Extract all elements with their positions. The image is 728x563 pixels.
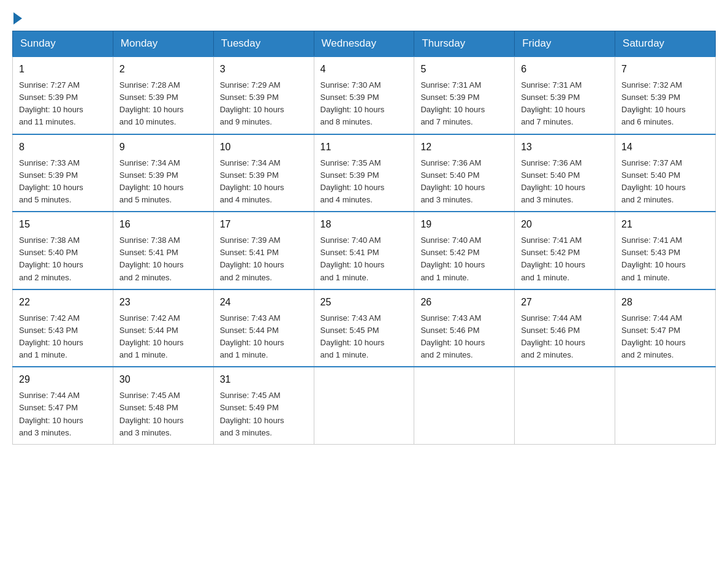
- calendar-header-row: SundayMondayTuesdayWednesdayThursdayFrid…: [13, 31, 716, 57]
- day-info: Sunrise: 7:37 AMSunset: 5:40 PMDaylight:…: [621, 157, 709, 207]
- day-number: 5: [420, 62, 508, 77]
- calendar-cell: 24Sunrise: 7:43 AMSunset: 5:44 PMDayligh…: [213, 289, 314, 367]
- day-of-week-header: Monday: [113, 31, 213, 57]
- day-number: 11: [320, 140, 408, 155]
- day-number: 6: [521, 62, 609, 77]
- calendar-cell: 10Sunrise: 7:34 AMSunset: 5:39 PMDayligh…: [213, 134, 314, 212]
- day-number: 8: [19, 140, 107, 155]
- day-number: 25: [320, 295, 408, 310]
- calendar-cell: 8Sunrise: 7:33 AMSunset: 5:39 PMDaylight…: [13, 134, 113, 212]
- day-number: 7: [621, 62, 709, 77]
- week-row: 22Sunrise: 7:42 AMSunset: 5:43 PMDayligh…: [13, 289, 716, 367]
- calendar-cell: 17Sunrise: 7:39 AMSunset: 5:41 PMDayligh…: [213, 212, 314, 289]
- day-info: Sunrise: 7:39 AMSunset: 5:41 PMDaylight:…: [220, 234, 308, 284]
- day-info: Sunrise: 7:44 AMSunset: 5:47 PMDaylight:…: [19, 389, 107, 439]
- calendar-cell: 6Sunrise: 7:31 AMSunset: 5:39 PMDaylight…: [515, 56, 615, 134]
- logo: [12, 12, 22, 25]
- calendar-cell: 18Sunrise: 7:40 AMSunset: 5:41 PMDayligh…: [314, 212, 414, 289]
- calendar-cell: [615, 367, 716, 444]
- calendar-cell: 31Sunrise: 7:45 AMSunset: 5:49 PMDayligh…: [213, 367, 314, 444]
- day-number: 28: [621, 295, 709, 310]
- day-info: Sunrise: 7:45 AMSunset: 5:49 PMDaylight:…: [220, 389, 308, 439]
- calendar-cell: 20Sunrise: 7:41 AMSunset: 5:42 PMDayligh…: [515, 212, 615, 289]
- calendar-cell: 13Sunrise: 7:36 AMSunset: 5:40 PMDayligh…: [515, 134, 615, 212]
- calendar-cell: 25Sunrise: 7:43 AMSunset: 5:45 PMDayligh…: [314, 289, 414, 367]
- calendar-cell: 28Sunrise: 7:44 AMSunset: 5:47 PMDayligh…: [615, 289, 716, 367]
- day-number: 12: [420, 140, 508, 155]
- day-info: Sunrise: 7:43 AMSunset: 5:44 PMDaylight:…: [220, 312, 308, 362]
- day-number: 4: [320, 62, 408, 77]
- day-number: 9: [119, 140, 207, 155]
- week-row: 29Sunrise: 7:44 AMSunset: 5:47 PMDayligh…: [13, 367, 716, 444]
- day-info: Sunrise: 7:41 AMSunset: 5:42 PMDaylight:…: [521, 234, 609, 284]
- calendar-cell: 23Sunrise: 7:42 AMSunset: 5:44 PMDayligh…: [113, 289, 213, 367]
- day-info: Sunrise: 7:33 AMSunset: 5:39 PMDaylight:…: [19, 157, 107, 207]
- day-info: Sunrise: 7:38 AMSunset: 5:40 PMDaylight:…: [19, 234, 107, 284]
- calendar-cell: [314, 367, 414, 444]
- calendar-cell: 19Sunrise: 7:40 AMSunset: 5:42 PMDayligh…: [414, 212, 515, 289]
- day-number: 17: [220, 217, 308, 232]
- day-info: Sunrise: 7:31 AMSunset: 5:39 PMDaylight:…: [420, 79, 508, 129]
- calendar-cell: 14Sunrise: 7:37 AMSunset: 5:40 PMDayligh…: [615, 134, 716, 212]
- calendar-cell: 1Sunrise: 7:27 AMSunset: 5:39 PMDaylight…: [13, 56, 113, 134]
- day-number: 24: [220, 295, 308, 310]
- day-number: 13: [521, 140, 609, 155]
- calendar-cell: 30Sunrise: 7:45 AMSunset: 5:48 PMDayligh…: [113, 367, 213, 444]
- day-info: Sunrise: 7:45 AMSunset: 5:48 PMDaylight:…: [119, 389, 207, 439]
- calendar-cell: 4Sunrise: 7:30 AMSunset: 5:39 PMDaylight…: [314, 56, 414, 134]
- day-info: Sunrise: 7:28 AMSunset: 5:39 PMDaylight:…: [119, 79, 207, 129]
- day-number: 16: [119, 217, 207, 232]
- calendar-cell: [414, 367, 515, 444]
- logo-arrow-icon: [13, 12, 22, 25]
- day-number: 23: [119, 295, 207, 310]
- calendar-cell: 29Sunrise: 7:44 AMSunset: 5:47 PMDayligh…: [13, 367, 113, 444]
- calendar-cell: 22Sunrise: 7:42 AMSunset: 5:43 PMDayligh…: [13, 289, 113, 367]
- calendar-cell: 27Sunrise: 7:44 AMSunset: 5:46 PMDayligh…: [515, 289, 615, 367]
- day-number: 19: [420, 217, 508, 232]
- day-info: Sunrise: 7:43 AMSunset: 5:46 PMDaylight:…: [420, 312, 508, 362]
- day-info: Sunrise: 7:38 AMSunset: 5:41 PMDaylight:…: [119, 234, 207, 284]
- day-info: Sunrise: 7:44 AMSunset: 5:47 PMDaylight:…: [621, 312, 709, 362]
- day-info: Sunrise: 7:44 AMSunset: 5:46 PMDaylight:…: [521, 312, 609, 362]
- day-info: Sunrise: 7:35 AMSunset: 5:39 PMDaylight:…: [320, 157, 408, 207]
- calendar-table: SundayMondayTuesdayWednesdayThursdayFrid…: [12, 31, 716, 445]
- day-number: 26: [420, 295, 508, 310]
- calendar-cell: 11Sunrise: 7:35 AMSunset: 5:39 PMDayligh…: [314, 134, 414, 212]
- calendar-cell: 3Sunrise: 7:29 AMSunset: 5:39 PMDaylight…: [213, 56, 314, 134]
- day-number: 20: [521, 217, 609, 232]
- day-info: Sunrise: 7:30 AMSunset: 5:39 PMDaylight:…: [320, 79, 408, 129]
- day-info: Sunrise: 7:36 AMSunset: 5:40 PMDaylight:…: [521, 157, 609, 207]
- day-info: Sunrise: 7:40 AMSunset: 5:42 PMDaylight:…: [420, 234, 508, 284]
- week-row: 15Sunrise: 7:38 AMSunset: 5:40 PMDayligh…: [13, 212, 716, 289]
- day-info: Sunrise: 7:27 AMSunset: 5:39 PMDaylight:…: [19, 79, 107, 129]
- day-number: 3: [220, 62, 308, 77]
- day-info: Sunrise: 7:42 AMSunset: 5:44 PMDaylight:…: [119, 312, 207, 362]
- day-number: 18: [320, 217, 408, 232]
- day-of-week-header: Wednesday: [314, 31, 414, 57]
- calendar-cell: 5Sunrise: 7:31 AMSunset: 5:39 PMDaylight…: [414, 56, 515, 134]
- day-of-week-header: Tuesday: [213, 31, 314, 57]
- day-of-week-header: Thursday: [414, 31, 515, 57]
- week-row: 8Sunrise: 7:33 AMSunset: 5:39 PMDaylight…: [13, 134, 716, 212]
- day-number: 22: [19, 295, 107, 310]
- day-of-week-header: Friday: [515, 31, 615, 57]
- calendar-cell: 9Sunrise: 7:34 AMSunset: 5:39 PMDaylight…: [113, 134, 213, 212]
- day-info: Sunrise: 7:32 AMSunset: 5:39 PMDaylight:…: [621, 79, 709, 129]
- week-row: 1Sunrise: 7:27 AMSunset: 5:39 PMDaylight…: [13, 56, 716, 134]
- calendar-cell: 15Sunrise: 7:38 AMSunset: 5:40 PMDayligh…: [13, 212, 113, 289]
- day-number: 2: [119, 62, 207, 77]
- day-number: 30: [119, 372, 207, 387]
- calendar-cell: 21Sunrise: 7:41 AMSunset: 5:43 PMDayligh…: [615, 212, 716, 289]
- day-info: Sunrise: 7:42 AMSunset: 5:43 PMDaylight:…: [19, 312, 107, 362]
- day-info: Sunrise: 7:34 AMSunset: 5:39 PMDaylight:…: [119, 157, 207, 207]
- day-number: 14: [621, 140, 709, 155]
- day-number: 1: [19, 62, 107, 77]
- day-info: Sunrise: 7:34 AMSunset: 5:39 PMDaylight:…: [220, 157, 308, 207]
- day-number: 15: [19, 217, 107, 232]
- day-number: 31: [220, 372, 308, 387]
- day-info: Sunrise: 7:31 AMSunset: 5:39 PMDaylight:…: [521, 79, 609, 129]
- day-info: Sunrise: 7:41 AMSunset: 5:43 PMDaylight:…: [621, 234, 709, 284]
- day-number: 29: [19, 372, 107, 387]
- page-header: [12, 12, 716, 25]
- calendar-cell: 12Sunrise: 7:36 AMSunset: 5:40 PMDayligh…: [414, 134, 515, 212]
